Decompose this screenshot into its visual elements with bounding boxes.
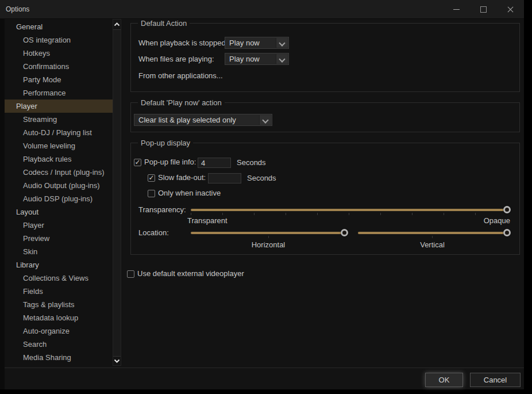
files-playing-dropdown[interactable]: Play now [225, 53, 289, 65]
sidebar-item-party-mode[interactable]: Party Mode [5, 73, 113, 86]
playback-stopped-value: Play now [229, 37, 260, 48]
sidebar-item-streaming[interactable]: Streaming [5, 113, 113, 126]
title-bar: Options [0, 0, 524, 18]
maximize-button[interactable] [470, 0, 497, 18]
sidebar-item-preview[interactable]: Preview [5, 232, 113, 245]
scroll-down-button[interactable] [113, 356, 121, 365]
minimize-icon [453, 9, 460, 10]
scrollbar-thumb[interactable] [113, 29, 121, 357]
vertical-slider-tick [432, 236, 433, 238]
sidebar-item-auto-dj-playing-list[interactable]: Auto-DJ / Playing list [5, 126, 113, 139]
horizontal-slider-tick [268, 236, 269, 238]
scroll-up-button[interactable] [113, 20, 121, 29]
cancel-button[interactable]: Cancel [470, 373, 521, 387]
opaque-label: Opaque [484, 216, 510, 225]
slow-fade-out-checkbox[interactable]: ✓ [148, 174, 155, 182]
sidebar-item-metadata-lookup[interactable]: Metadata lookup [5, 311, 113, 324]
horizontal-label: Horizontal [191, 240, 346, 249]
sidebar-item-auto-organize[interactable]: Auto-organize [5, 324, 113, 338]
dropdown-arrow [276, 54, 288, 64]
playback-stopped-dropdown[interactable]: Play now [225, 37, 289, 49]
chevron-down-icon [114, 359, 120, 363]
sidebar-item-codecs-input-plug-ins[interactable]: Codecs / Input (plug-ins) [5, 166, 113, 179]
slow-fade-out-input[interactable] [208, 173, 241, 183]
dropdown-arrow [259, 115, 271, 125]
popup-file-info-input[interactable] [198, 158, 231, 168]
playback-stopped-label: When playback is stopped: [138, 39, 228, 48]
transparency-label: Transparency: [138, 205, 186, 215]
sidebar-item-audio-dsp-plug-ins[interactable]: Audio DSP (plug-ins) [5, 192, 113, 205]
chevron-down-icon [262, 117, 268, 123]
sidebar-tree: GeneralOS integrationHotkeysConfirmation… [5, 19, 113, 366]
sidebar-item-search[interactable]: Search [5, 338, 113, 351]
location-vertical-slider-thumb[interactable] [503, 229, 511, 236]
dropdown-arrow [276, 38, 288, 48]
ok-button[interactable]: OK [425, 373, 463, 387]
popup-file-info-seconds-label: Seconds [237, 158, 266, 167]
from-other-applications-link[interactable]: From other applications... [138, 71, 223, 81]
location-horizontal-slider-thumb[interactable] [341, 229, 348, 236]
play-now-action-value: Clear list & play selected only [138, 114, 236, 125]
sidebar-item-volume-leveling[interactable]: Volume leveling [5, 139, 113, 152]
group-popup-display: Pop-up display ✓ Pop-up file info: Secon… [130, 143, 520, 255]
location-horizontal-slider[interactable] [191, 232, 346, 234]
sidebar-item-skin[interactable]: Skin [5, 245, 113, 258]
sidebar-item-audio-output-plug-ins[interactable]: Audio Output (plug-ins) [5, 179, 113, 192]
files-playing-value: Play now [229, 53, 260, 64]
maximize-icon [480, 6, 487, 13]
transparency-slider[interactable] [191, 209, 507, 211]
location-vertical-slider[interactable] [358, 232, 507, 234]
location-label: Location: [138, 228, 169, 238]
play-now-action-dropdown[interactable]: Clear list & play selected only [134, 114, 272, 126]
transparency-slider-ticks [191, 213, 507, 215]
sidebar-item-general[interactable]: General [5, 20, 113, 33]
group-default-play-now: Default 'Play now' action Clear list & p… [130, 102, 520, 132]
options-dialog: Options GeneralOS integrationHotkeysConf… [0, 0, 524, 389]
only-when-inactive-checkbox[interactable] [148, 190, 155, 197]
sidebar-item-os-integration[interactable]: OS integration [5, 33, 113, 47]
close-icon [507, 6, 514, 13]
transparent-label: Transparent [187, 216, 228, 225]
group-popup-display-title: Pop-up display [138, 139, 193, 147]
chevron-down-icon [279, 56, 285, 62]
files-playing-label: When files are playing: [138, 55, 214, 64]
sidebar-item-hotkeys[interactable]: Hotkeys [5, 47, 113, 60]
sidebar-item-playback-rules[interactable]: Playback rules [5, 152, 113, 166]
sidebar-item-media-sharing[interactable]: Media Sharing [5, 351, 113, 364]
chevron-up-icon [114, 22, 120, 26]
slow-fade-out-seconds-label: Seconds [247, 174, 276, 183]
sidebar-item-confirmations[interactable]: Confirmations [5, 60, 113, 73]
chevron-down-icon [279, 40, 285, 46]
popup-file-info-label: Pop-up file info: [144, 158, 196, 167]
transparency-endpoint-labels: Transparent Opaque [187, 216, 510, 225]
use-external-videoplayer-checkbox[interactable] [127, 270, 134, 278]
close-button[interactable] [497, 0, 524, 18]
minimize-button[interactable] [443, 0, 470, 18]
footer-divider [5, 368, 524, 368]
sidebar-item-performance[interactable]: Performance [5, 86, 113, 100]
only-when-inactive-label: Only when inactive [158, 189, 221, 198]
sidebar-item-player[interactable]: Player [5, 100, 113, 113]
popup-file-info-checkbox[interactable]: ✓ [134, 159, 141, 166]
slow-fade-out-label: Slow fade-out: [158, 173, 206, 182]
use-external-videoplayer-label: Use default external videoplayer [137, 269, 244, 278]
vertical-label: Vertical [358, 240, 507, 249]
window-title: Options [6, 0, 29, 18]
sidebar-item-tags-playlists[interactable]: Tags & playlists [5, 298, 113, 311]
sidebar-item-fields[interactable]: Fields [5, 285, 113, 298]
sidebar-item-player[interactable]: Player [5, 219, 113, 232]
group-default-action: Default Action When playback is stopped:… [130, 23, 520, 92]
sidebar-item-collections-views[interactable]: Collections & Views [5, 271, 113, 285]
group-default-action-title: Default Action [138, 19, 190, 28]
sidebar-item-layout[interactable]: Layout [5, 205, 113, 219]
window-controls [443, 0, 524, 18]
sidebar-item-library[interactable]: Library [5, 258, 113, 271]
sidebar-scrollbar[interactable] [113, 19, 121, 366]
group-default-play-now-title: Default 'Play now' action [138, 98, 225, 107]
